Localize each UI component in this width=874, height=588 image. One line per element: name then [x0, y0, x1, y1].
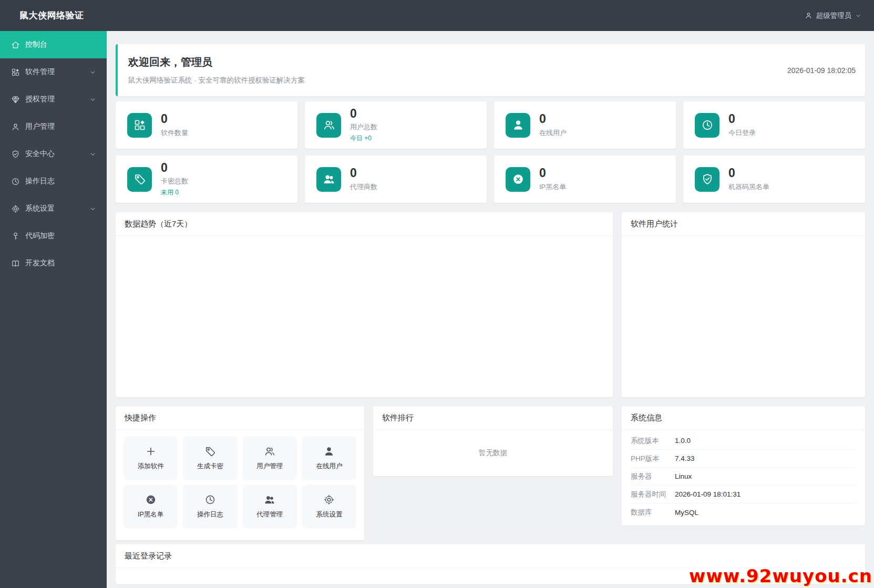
sidebar-item-docs[interactable]: 开发文档 [0, 250, 107, 277]
agent-management-button[interactable]: 代理管理 [243, 485, 297, 528]
grid-icon [11, 68, 20, 77]
chevron-down-icon [855, 13, 861, 19]
circle-x-icon [506, 167, 530, 192]
stat-sub: 今日 +0 [350, 134, 377, 143]
stats-row-1: 0软件数量 0用户总数今日 +0 0在线用户 0今日登录 [116, 101, 865, 149]
user-name: 超级管理员 [816, 11, 852, 20]
software-ranking-panel: 软件排行 暂无数据 [373, 406, 613, 476]
add-software-button[interactable]: 添加软件 [124, 437, 178, 480]
stat-sub: 未用 0 [161, 188, 188, 197]
chevron-down-icon [89, 205, 96, 212]
sidebar-item-security[interactable]: 安全中心 [0, 140, 107, 168]
main-content: 欢迎回来，管理员 鼠大侠网络验证系统 · 安全可靠的软件授权验证解决方案 202… [107, 31, 874, 588]
sidebar: 控制台 软件管理 授权管理 用户管理 安全中心 操作日志 系统设置 代码加密 开… [0, 31, 107, 588]
app-title: 鼠大侠网络验证 [19, 9, 84, 22]
stat-label: IP黑名单 [539, 182, 566, 192]
shield-check-icon [695, 167, 719, 192]
key-icon [11, 232, 20, 241]
gear-icon [11, 204, 20, 213]
tag-icon [127, 167, 152, 192]
circle-x-icon [145, 494, 157, 506]
sidebar-item-label: 安全中心 [25, 149, 89, 159]
stat-card-online-users: 0在线用户 [494, 101, 676, 149]
sidebar-item-label: 操作日志 [25, 177, 96, 186]
plus-icon [145, 446, 157, 457]
stat-card-card-keys: 0卡密总数未用 0 [116, 156, 297, 203]
system-info-list: 系统版本1.0.0 PHP版本7.4.33 服务器Linux 服务器时间2026… [622, 430, 865, 521]
person-icon [805, 12, 813, 19]
panel-title: 系统信息 [622, 406, 865, 430]
sidebar-item-label: 开发文档 [25, 259, 96, 268]
users-filled-icon [316, 167, 341, 192]
stat-label: 代理商数 [350, 182, 377, 192]
ip-blacklist-button[interactable]: IP黑名单 [124, 485, 178, 528]
software-users-panel: 软件用户统计 [622, 212, 865, 397]
home-icon [11, 40, 20, 49]
stats-row-2: 0卡密总数未用 0 0代理商数 0IP黑名单 0机器码黑名单 [116, 156, 865, 203]
user-management-button[interactable]: 用户管理 [243, 437, 297, 480]
gear-icon [323, 494, 335, 506]
users-filled-icon [264, 494, 275, 506]
stat-card-machine-blacklist: 0机器码黑名单 [683, 156, 865, 203]
sidebar-item-encryption[interactable]: 代码加密 [0, 222, 107, 250]
watermark: www.92wuyou.cn [689, 565, 872, 586]
shield-check-icon [11, 150, 20, 159]
stat-card-today-logins: 0今日登录 [683, 101, 865, 149]
online-users-button[interactable]: 在线用户 [302, 437, 356, 480]
welcome-subtitle: 鼠大侠网络验证系统 · 安全可靠的软件授权验证解决方案 [128, 76, 305, 85]
system-settings-button[interactable]: 系统设置 [302, 485, 356, 528]
generate-keys-button[interactable]: 生成卡密 [183, 437, 237, 480]
sidebar-item-label: 代码加密 [25, 231, 96, 241]
panel-title: 软件用户统计 [622, 212, 865, 236]
user-icon [11, 122, 20, 131]
user-menu[interactable]: 超级管理员 [805, 11, 862, 20]
stat-label: 卡密总数 [161, 177, 188, 186]
sidebar-item-label: 授权管理 [25, 95, 89, 104]
book-icon [11, 259, 20, 268]
stat-label: 软件数量 [161, 128, 188, 138]
operation-logs-button[interactable]: 操作日志 [183, 485, 237, 528]
stat-value: 0 [161, 161, 188, 174]
users-icon [316, 113, 341, 138]
stat-label: 今日登录 [728, 128, 756, 138]
panel-title: 快捷操作 [116, 406, 364, 430]
sidebar-item-label: 软件管理 [25, 67, 89, 77]
stat-value: 0 [539, 112, 567, 126]
chevron-down-icon [89, 96, 96, 103]
clock-icon [204, 494, 216, 506]
stat-card-software-count: 0软件数量 [116, 101, 297, 149]
stat-value: 0 [728, 112, 756, 126]
current-time: 2026-01-09 18:02:05 [787, 66, 856, 75]
sidebar-item-dashboard[interactable]: 控制台 [0, 31, 107, 58]
system-info-row: 数据库MySQL [631, 503, 856, 521]
panel-title: 最近登录记录 [116, 544, 865, 568]
welcome-card: 欢迎回来，管理员 鼠大侠网络验证系统 · 安全可靠的软件授权验证解决方案 202… [116, 44, 865, 96]
system-info-row: 服务器Linux [631, 468, 856, 486]
empty-state-text: 暂无数据 [373, 430, 613, 476]
system-info-row: 服务器时间2026-01-09 18:01:31 [631, 486, 856, 503]
topbar: 鼠大侠网络验证 超级管理员 [0, 0, 874, 31]
stat-label: 用户总数 [350, 122, 377, 132]
system-info-row: 系统版本1.0.0 [631, 432, 856, 450]
stat-card-agents: 0代理商数 [305, 156, 487, 203]
stat-value: 0 [350, 167, 377, 180]
sidebar-item-label: 控制台 [25, 40, 96, 49]
user-filled-icon [506, 113, 530, 138]
stat-value: 0 [728, 167, 769, 180]
chevron-down-icon [89, 69, 96, 76]
clock-icon [695, 113, 719, 138]
stat-label: 在线用户 [539, 128, 567, 138]
sidebar-item-settings[interactable]: 系统设置 [0, 195, 107, 222]
sidebar-item-software[interactable]: 软件管理 [0, 58, 107, 86]
clock-icon [11, 177, 20, 186]
sidebar-item-logs[interactable]: 操作日志 [0, 168, 107, 195]
sidebar-item-license[interactable]: 授权管理 [0, 86, 107, 113]
gem-icon [11, 95, 20, 104]
sidebar-item-users[interactable]: 用户管理 [0, 113, 107, 140]
quick-actions-grid: 添加软件 生成卡密 用户管理 在线用户 IP黑名单 操作日志 [124, 437, 356, 528]
stat-value: 0 [539, 167, 566, 180]
sidebar-item-label: 用户管理 [25, 122, 96, 131]
quick-actions-panel: 快捷操作 添加软件 生成卡密 用户管理 在线用户 IP黑名单 [116, 406, 364, 540]
tag-icon [204, 446, 216, 457]
stat-label: 机器码黑名单 [728, 182, 769, 192]
